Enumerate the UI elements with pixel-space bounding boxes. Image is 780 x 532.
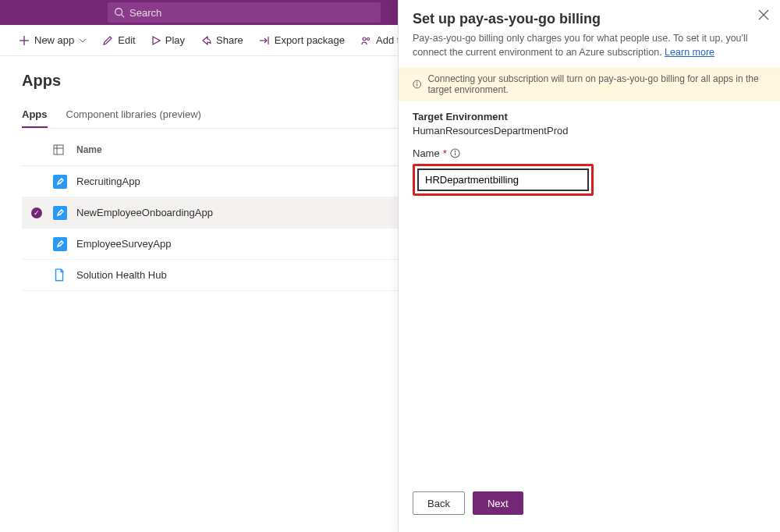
name-label: Name <box>413 147 440 159</box>
panel-footer: Back Next <box>399 482 780 532</box>
health-icon <box>53 268 66 282</box>
env-value: HumanResourcesDepartmentProd <box>413 125 766 137</box>
panel-subtitle: Pay-as-you-go billing only charges you f… <box>413 32 766 59</box>
export-icon <box>259 35 270 46</box>
info-icon <box>413 79 421 90</box>
pencil-icon <box>102 35 113 46</box>
new-app-button[interactable]: New app <box>12 28 93 53</box>
tab-component-libraries[interactable]: Component libraries (preview) <box>66 102 201 128</box>
next-button[interactable]: Next <box>473 491 523 515</box>
export-button[interactable]: Export package <box>253 28 351 53</box>
billing-panel: Set up pay-as-you-go billing Pay-as-you-… <box>398 0 780 532</box>
edit-button[interactable]: Edit <box>96 28 141 53</box>
close-icon <box>758 9 769 20</box>
share-icon <box>200 35 211 46</box>
info-icon[interactable] <box>450 148 460 158</box>
svg-point-8 <box>367 37 370 40</box>
info-text: Connecting your subscription will turn o… <box>427 73 766 95</box>
svg-point-21 <box>455 151 456 151</box>
search-box[interactable] <box>108 2 381 23</box>
svg-marker-4 <box>153 37 160 44</box>
app-icon <box>53 237 67 251</box>
edit-label: Edit <box>118 34 135 46</box>
name-input[interactable] <box>417 168 589 191</box>
share-label: Share <box>216 34 243 46</box>
share-button[interactable]: Share <box>194 28 250 53</box>
name-input-highlight <box>413 164 594 196</box>
info-bar: Connecting your subscription will turn o… <box>399 67 780 101</box>
teams-icon <box>360 35 371 46</box>
learn-more-link[interactable]: Learn more <box>665 47 714 58</box>
search-input[interactable] <box>129 7 261 19</box>
chevron-down-icon <box>79 37 87 44</box>
close-button[interactable] <box>758 9 769 23</box>
play-button[interactable]: Play <box>145 28 191 53</box>
new-app-label: New app <box>34 34 74 46</box>
app-icon <box>53 206 67 220</box>
plus-icon <box>19 35 30 46</box>
env-label: Target Environment <box>413 111 766 122</box>
play-label: Play <box>165 34 185 46</box>
selected-check-icon: ✓ <box>31 207 42 218</box>
table-icon <box>53 144 64 155</box>
svg-rect-11 <box>54 145 63 154</box>
svg-point-0 <box>115 9 122 16</box>
svg-point-18 <box>417 82 417 83</box>
app-icon <box>53 175 67 189</box>
svg-line-1 <box>122 15 125 18</box>
back-button[interactable]: Back <box>413 491 465 515</box>
required-asterisk: * <box>443 147 447 159</box>
tab-apps[interactable]: Apps <box>22 102 48 128</box>
play-icon <box>151 36 161 45</box>
search-icon <box>114 7 125 18</box>
svg-point-7 <box>363 37 366 41</box>
export-label: Export package <box>275 34 345 46</box>
panel-title: Set up pay-as-you-go billing <box>413 11 766 27</box>
